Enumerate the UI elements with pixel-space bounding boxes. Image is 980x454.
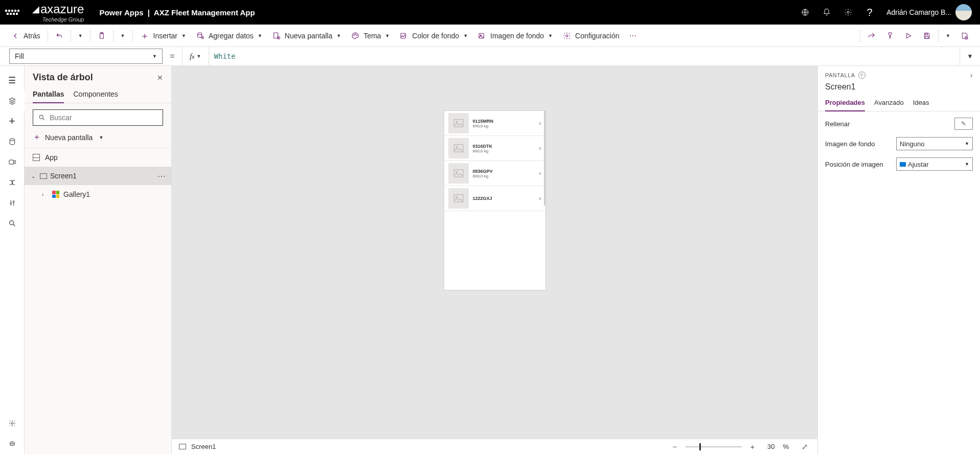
thumbnail-placeholder-icon [448, 138, 469, 158]
paste-button[interactable] [93, 25, 111, 47]
scrollbar[interactable] [544, 111, 545, 206]
svg-rect-19 [9, 160, 14, 164]
environment-icon[interactable] [794, 0, 816, 25]
props-tab-advanced[interactable]: Avanzado [874, 97, 904, 111]
prop-imgpos-select[interactable]: Ajustar▼ [896, 157, 973, 171]
svg-point-10 [356, 35, 357, 35]
theme-button[interactable]: Tema▼ [346, 25, 395, 47]
chevron-right-icon[interactable]: › [539, 195, 541, 202]
back-button[interactable]: Atrás [6, 25, 45, 47]
svg-rect-32 [454, 170, 463, 177]
chevron-right-icon[interactable]: › [539, 170, 541, 177]
row-title: 0115MRN [473, 119, 535, 124]
zoom-in-button[interactable]: + [747, 442, 758, 451]
rail-settings-icon[interactable] [0, 413, 25, 434]
props-tab-properties[interactable]: Propiedades [825, 97, 865, 111]
rail-media-icon[interactable] [0, 152, 25, 172]
formula-expand[interactable]: ▼ [960, 47, 980, 66]
paste-menu[interactable]: ▼ [116, 25, 130, 47]
brand-logo: ◢axazure Techedge Group [32, 2, 84, 22]
logo-subtext: Techedge Group [32, 16, 84, 22]
play-button[interactable] [899, 25, 918, 47]
canvas-stage[interactable]: 0115MRN 850,0 kg › 0316DTK 800,0 kg › 08… [172, 66, 817, 439]
undo-menu[interactable]: ▼ [73, 25, 88, 47]
bg-image-button[interactable]: Imagen de fondo▼ [473, 25, 558, 47]
share-button[interactable] [862, 25, 881, 47]
chevron-right-icon[interactable]: › [42, 192, 48, 197]
save-menu[interactable]: ▼ [941, 25, 955, 47]
rail-tree-icon[interactable] [0, 90, 25, 111]
formula-input[interactable]: White [209, 47, 960, 66]
overflow-button[interactable]: ⋯ [624, 25, 642, 47]
settings-button[interactable]: Configuración [558, 25, 624, 47]
rail-insert-icon[interactable]: + [0, 111, 25, 131]
chevron-right-icon[interactable]: › [970, 71, 973, 79]
user-name[interactable]: Adrián Camargo B... [886, 8, 951, 16]
prop-fill-label: Rellenar [825, 120, 954, 128]
prop-fill-swatch[interactable]: ✎ [954, 118, 973, 130]
fit-screen-button[interactable]: ⤢ [799, 442, 810, 451]
row-subtitle: 850,0 kg [473, 124, 535, 128]
more-icon[interactable]: ⋯ [157, 171, 166, 181]
tab-components[interactable]: Componentes [73, 87, 118, 103]
tree-search[interactable] [33, 109, 163, 126]
logo-text: axazure [40, 2, 84, 16]
undo-button[interactable] [50, 25, 69, 47]
chevron-down-icon[interactable]: ⌄ [30, 173, 37, 179]
thumbnail-placeholder-icon [448, 113, 469, 133]
props-element-name: Screen1 [818, 81, 980, 97]
property-selector[interactable]: Fill▼ [9, 49, 163, 64]
command-bar: Atrás ▼ ▼ ＋Insertar▼ Agregar datos▼ Nuev… [0, 25, 980, 47]
zoom-slider[interactable] [686, 443, 742, 450]
properties-panel: PANTALLA ? › Screen1 Propiedades Avanzad… [817, 66, 980, 454]
svg-point-29 [456, 121, 458, 123]
zoom-value: 30 [767, 443, 774, 450]
tab-screens[interactable]: Pantallas [33, 87, 64, 103]
rail-search-icon[interactable] [0, 213, 25, 234]
gallery-row[interactable]: 1222GXJ › [444, 186, 545, 211]
status-screen-name[interactable]: Screen1 [191, 443, 216, 450]
props-tab-ideas[interactable]: Ideas [913, 97, 929, 111]
chevron-right-icon[interactable]: › [539, 120, 541, 127]
settings-icon[interactable] [837, 0, 859, 25]
prop-bgimage-select[interactable]: Ninguno▼ [896, 137, 973, 150]
gallery-row[interactable]: 0836GPV 800,0 kg › [444, 161, 545, 186]
row-subtitle: 800,0 kg [473, 149, 535, 153]
gallery-row[interactable]: 0115MRN 850,0 kg › [444, 111, 545, 136]
svg-point-21 [13, 201, 14, 203]
tree-new-screen[interactable]: ＋Nueva pantalla▼ [25, 130, 171, 148]
close-icon[interactable]: ✕ [157, 74, 163, 82]
info-icon[interactable]: ? [858, 72, 865, 79]
zoom-out-button[interactable]: − [669, 442, 680, 451]
user-avatar[interactable] [955, 4, 972, 20]
gallery-row[interactable]: 0316DTK 800,0 kg › [444, 136, 545, 161]
insert-button[interactable]: ＋Insertar▼ [135, 25, 191, 47]
rail-data-icon[interactable] [0, 131, 25, 152]
rail-tools-icon[interactable] [0, 193, 25, 213]
tree-node-screen1[interactable]: ⌄ Screen1 ⋯ [25, 167, 171, 185]
rail-copilot-icon[interactable] [0, 434, 25, 454]
svg-point-9 [355, 34, 355, 34]
chevron-right-icon[interactable]: › [539, 145, 541, 152]
waffle-icon[interactable] [5, 10, 19, 15]
rail-flow-icon[interactable] [0, 172, 25, 193]
svg-point-31 [456, 146, 458, 148]
app-checker-button[interactable] [881, 25, 899, 47]
bg-color-button[interactable]: Color de fondo▼ [395, 25, 473, 47]
svg-point-18 [10, 139, 14, 141]
preview-screen[interactable]: 0115MRN 850,0 kg › 0316DTK 800,0 kg › 08… [444, 111, 545, 290]
notifications-icon[interactable] [816, 0, 837, 25]
rail-hamburger-icon[interactable]: ☰ [0, 70, 25, 90]
new-screen-button[interactable]: Nueva pantalla▼ [267, 25, 346, 47]
publish-button[interactable] [955, 25, 974, 47]
help-icon[interactable]: ? [859, 0, 880, 25]
search-input[interactable] [50, 114, 157, 122]
tree-node-app[interactable]: App [25, 148, 171, 167]
svg-rect-30 [454, 145, 463, 152]
tree-node-gallery1[interactable]: › Gallery1 [25, 185, 171, 203]
save-button[interactable] [918, 25, 936, 47]
svg-rect-16 [925, 36, 928, 38]
equals-label: = [170, 51, 175, 61]
fx-button[interactable]: fx▼ [182, 47, 209, 66]
add-data-button[interactable]: Agregar datos▼ [191, 25, 267, 47]
